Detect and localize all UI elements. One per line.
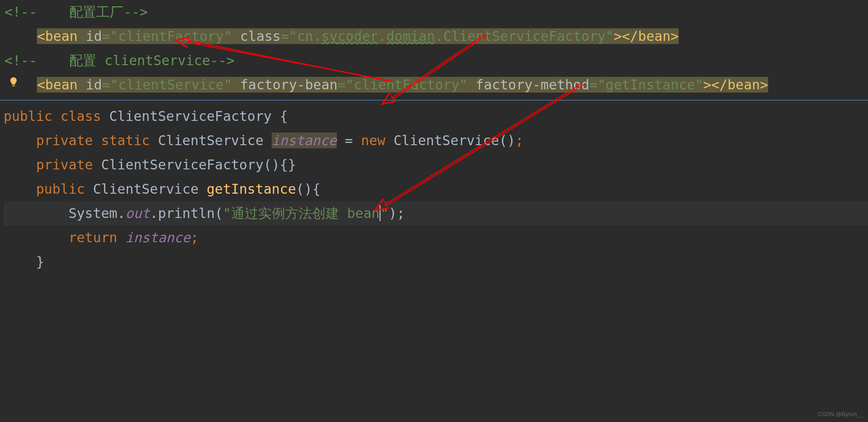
xml-code-block: <!-- 配置工厂--> <bean id="clientFactory" cl… xyxy=(0,0,868,101)
id-attr: id xyxy=(86,77,102,93)
comment-close: --> xyxy=(210,53,234,68)
constructor: private ClientServiceFactory(){} xyxy=(4,153,868,177)
class-attr: class xyxy=(232,28,281,44)
comment-open: <!-- xyxy=(4,4,37,20)
class-val-1: "cn xyxy=(289,28,313,44)
method-declaration: public ClientService getInstance(){ xyxy=(4,177,868,201)
id-value: "clientFactory" xyxy=(110,28,232,44)
class-declaration: public class ClientServiceFactory { xyxy=(4,104,868,129)
factory-method-attr: factory-method xyxy=(468,77,590,93)
java-code-block: public class ClientServiceFactory { priv… xyxy=(0,101,868,274)
class-val-4: ClientServiceFactory" xyxy=(443,28,613,44)
factory-method-value: "getInstance" xyxy=(598,77,703,93)
comment-text: 配置工厂 xyxy=(37,4,123,20)
xml-comment-line-2: <!-- 配置 clientService--> xyxy=(4,49,868,73)
close-brace: } xyxy=(4,250,868,274)
instance-field: instance xyxy=(272,133,337,148)
factory-bean-attr: factory-bean xyxy=(232,77,338,93)
return-stmt: return instance; xyxy=(4,226,868,250)
xml-bean-line-2: <bean id="clientService" factory-bean="c… xyxy=(4,73,868,97)
class-val-2: sycoder xyxy=(321,28,378,44)
println-stmt: System.out.println("通过实例方法创建 bean"); xyxy=(4,201,868,226)
bean-tag-open: <bean xyxy=(37,77,85,93)
comment-text: 配置 clientService xyxy=(37,53,210,68)
class-val-3: domian xyxy=(386,28,435,44)
xml-comment-line: <!-- 配置工厂--> xyxy=(4,0,868,24)
code-editor[interactable]: <!-- 配置工厂--> <bean id="clientFactory" cl… xyxy=(0,0,868,274)
bean-tag-open: <bean xyxy=(37,28,85,44)
id-value: "clientService" xyxy=(110,77,232,93)
factory-bean-value: "clientFactory" xyxy=(346,77,468,93)
field-declaration: private static ClientService instance = … xyxy=(4,129,868,153)
id-attr: id xyxy=(86,28,102,44)
comment-open: <!-- xyxy=(4,53,37,68)
getinstance-method: getInstance xyxy=(207,181,296,197)
bean-tag-close: ></bean> xyxy=(614,28,679,44)
bean-tag-close: ></bean> xyxy=(703,77,768,93)
lightbulb-icon[interactable] xyxy=(8,76,19,87)
comment-close: --> xyxy=(124,4,148,20)
xml-bean-line-1: <bean id="clientFactory" class="cn.sycod… xyxy=(4,24,868,49)
